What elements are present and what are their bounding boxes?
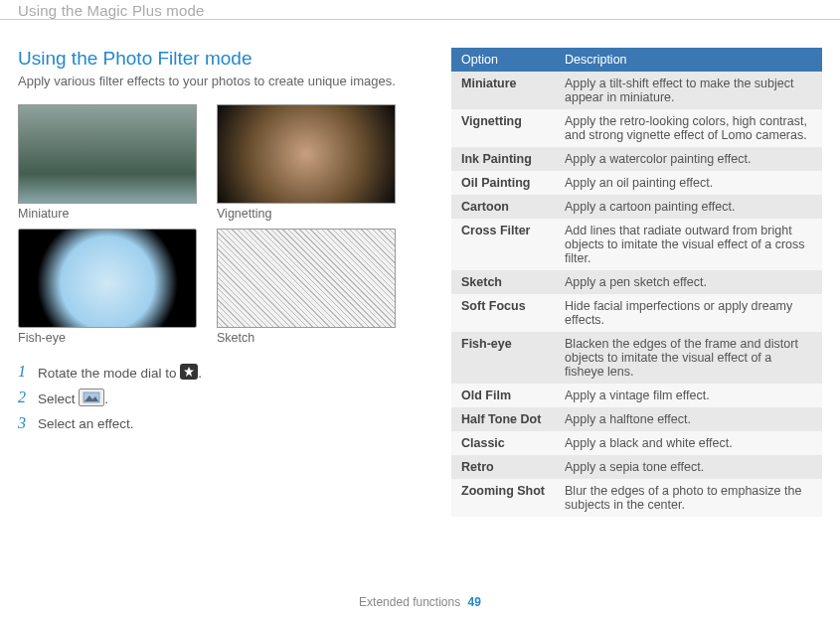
page-number: 49 [468, 595, 481, 609]
step-text-before: Select [38, 391, 79, 406]
thumb-vignetting [217, 104, 396, 204]
step-1: 1 Rotate the mode dial to . [18, 363, 423, 381]
steps-list: 1 Rotate the mode dial to . 2 Select . 3… [18, 363, 423, 432]
option-desc: Apply a watercolor painting effect. [555, 147, 822, 171]
caption-fisheye: Fish-eye [18, 331, 197, 345]
col-option: Option [451, 48, 555, 72]
sample-vignetting: Vignetting [217, 104, 396, 221]
option-name: Oil Painting [451, 171, 555, 195]
sample-fisheye: Fish-eye [18, 229, 197, 345]
col-description: Description [555, 48, 822, 72]
thumb-sketch [217, 229, 396, 328]
option-name: Cross Filter [451, 219, 555, 270]
table-row: Ink PaintingApply a watercolor painting … [451, 147, 822, 171]
table-row: SketchApply a pen sketch effect. [451, 270, 822, 294]
sample-sketch: Sketch [217, 229, 396, 345]
option-desc: Blacken the edges of the frame and disto… [555, 332, 822, 384]
table-row: CartoonApply a cartoon painting effect. [451, 195, 822, 219]
right-column: Option Description MiniatureApply a tilt… [451, 48, 822, 517]
table-row: Oil PaintingApply an oil painting effect… [451, 171, 822, 195]
option-desc: Apply a black and white effect. [555, 431, 822, 455]
option-name: Half Tone Dot [451, 407, 555, 431]
photo-filter-icon [79, 389, 104, 406]
magic-plus-mode-icon [180, 364, 198, 380]
option-name: Classic [451, 431, 555, 455]
step-text-before: Rotate the mode dial to [38, 366, 180, 381]
options-table: Option Description MiniatureApply a tilt… [451, 48, 822, 517]
section-intro: Apply various filter effects to your pho… [18, 74, 423, 88]
step-2: 2 Select . [18, 389, 423, 406]
option-name: Sketch [451, 270, 555, 294]
table-row: Half Tone DotApply a halftone effect. [451, 407, 822, 431]
option-desc: Add lines that radiate outward from brig… [555, 219, 822, 270]
option-desc: Apply a cartoon painting effect. [555, 195, 822, 219]
step-3: 3 Select an effect. [18, 414, 423, 432]
table-row: ClassicApply a black and white effect. [451, 431, 822, 455]
step-number: 3 [18, 414, 30, 432]
page-footer: Extended functions 49 [0, 595, 840, 609]
option-desc: Apply a halftone effect. [555, 407, 822, 431]
breadcrumb: Using the Magic Plus mode [0, 0, 840, 20]
table-row: Soft FocusHide facial imperfections or a… [451, 294, 822, 332]
step-text: Rotate the mode dial to . [38, 364, 202, 381]
option-desc: Apply a sepia tone effect. [555, 455, 822, 479]
option-name: Old Film [451, 384, 555, 407]
option-desc: Apply a pen sketch effect. [555, 270, 822, 294]
step-number: 2 [18, 389, 30, 406]
option-desc: Hide facial imperfections or apply dream… [555, 294, 822, 332]
option-name: Zooming Shot [451, 479, 555, 517]
sample-miniature: Miniature [18, 104, 197, 221]
svg-marker-0 [184, 367, 194, 377]
table-row: VignettingApply the retro-looking colors… [451, 109, 822, 147]
option-desc: Apply the retro-looking colors, high con… [555, 109, 822, 147]
left-column: Using the Photo Filter mode Apply variou… [18, 48, 423, 517]
sample-grid: Miniature Vignetting Fish-eye Sketch [18, 104, 423, 345]
caption-vignetting: Vignetting [217, 207, 396, 221]
option-name: Fish-eye [451, 332, 555, 384]
step-text-after: . [198, 366, 202, 381]
option-name: Ink Painting [451, 147, 555, 171]
step-text: Select an effect. [38, 416, 134, 431]
table-row: Cross FilterAdd lines that radiate outwa… [451, 219, 822, 270]
thumb-fisheye [18, 229, 197, 328]
step-text: Select . [38, 389, 108, 406]
option-name: Miniature [451, 72, 555, 109]
option-desc: Blur the edges of a photo to emphasize t… [555, 479, 822, 517]
thumb-miniature [18, 104, 197, 204]
option-desc: Apply a vintage film effect. [555, 384, 822, 407]
table-row: Fish-eyeBlacken the edges of the frame a… [451, 332, 822, 384]
footer-label: Extended functions [359, 595, 460, 609]
option-desc: Apply a tilt-shift effect to make the su… [555, 72, 822, 109]
caption-miniature: Miniature [18, 207, 197, 221]
option-name: Vignetting [451, 109, 555, 147]
table-row: Old FilmApply a vintage film effect. [451, 384, 822, 407]
table-row: Zooming ShotBlur the edges of a photo to… [451, 479, 822, 517]
step-text-after: . [104, 391, 108, 406]
caption-sketch: Sketch [217, 331, 396, 345]
table-row: MiniatureApply a tilt-shift effect to ma… [451, 72, 822, 109]
table-row: RetroApply a sepia tone effect. [451, 455, 822, 479]
option-name: Cartoon [451, 195, 555, 219]
option-desc: Apply an oil painting effect. [555, 171, 822, 195]
option-name: Retro [451, 455, 555, 479]
step-number: 1 [18, 363, 30, 381]
section-title: Using the Photo Filter mode [18, 48, 423, 70]
option-name: Soft Focus [451, 294, 555, 332]
